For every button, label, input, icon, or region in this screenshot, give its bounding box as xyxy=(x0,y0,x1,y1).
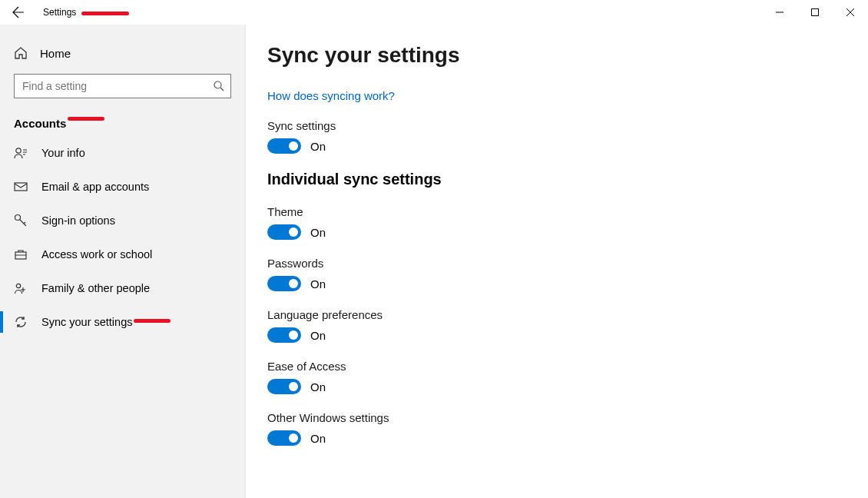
maximize-button[interactable] xyxy=(797,0,833,25)
home-nav[interactable]: Home xyxy=(0,37,245,69)
sync-settings-toggle[interactable] xyxy=(267,138,301,154)
annotation-mark xyxy=(68,117,104,121)
mail-icon xyxy=(14,180,28,194)
sync-settings-label: Sync settings xyxy=(267,119,868,132)
sidebar-item-label: Sync your settings xyxy=(41,316,132,328)
theme-label: Theme xyxy=(267,205,868,218)
other-windows-label: Other Windows settings xyxy=(267,411,868,424)
svg-rect-0 xyxy=(812,9,819,16)
svg-point-1 xyxy=(214,81,221,88)
svg-point-6 xyxy=(16,284,20,287)
page-title: Sync your settings xyxy=(267,43,868,68)
search-icon xyxy=(214,81,224,91)
other-windows-state: On xyxy=(310,432,326,445)
sidebar-item-label: Sign-in options xyxy=(41,214,115,227)
maximize-icon xyxy=(811,8,819,16)
sidebar-item-label: Family & other people xyxy=(41,282,150,294)
sidebar-item-family-people[interactable]: Family & other people xyxy=(0,271,245,305)
annotation-mark xyxy=(81,12,129,15)
minimize-icon xyxy=(776,8,784,16)
search-box[interactable] xyxy=(14,74,231,98)
ease-access-state: On xyxy=(310,380,326,393)
titlebar: Settings xyxy=(0,0,868,25)
how-syncing-works-link[interactable]: How does syncing work? xyxy=(267,89,395,102)
theme-toggle[interactable] xyxy=(267,224,301,240)
passwords-toggle[interactable] xyxy=(267,276,301,291)
key-icon xyxy=(14,214,28,227)
section-title: Individual sync settings xyxy=(267,171,868,188)
user-info-icon xyxy=(14,146,28,160)
other-windows-toggle[interactable] xyxy=(267,430,301,446)
lang-pref-state: On xyxy=(310,329,326,342)
close-button[interactable] xyxy=(833,0,868,25)
category-header: Accounts xyxy=(0,106,245,136)
sidebar: Home Accounts Your info Email & a xyxy=(0,25,246,498)
search-input[interactable] xyxy=(15,75,230,98)
annotation-mark xyxy=(134,319,171,323)
back-arrow-icon xyxy=(12,6,25,18)
window-controls xyxy=(762,0,868,25)
sidebar-item-label: Your info xyxy=(41,147,85,159)
sync-settings-state: On xyxy=(310,140,326,153)
sync-icon xyxy=(14,315,28,329)
sidebar-item-your-info[interactable]: Your info xyxy=(0,136,245,170)
theme-state: On xyxy=(310,226,326,239)
svg-point-2 xyxy=(16,148,21,153)
svg-rect-3 xyxy=(15,183,27,191)
back-button[interactable] xyxy=(9,3,28,22)
lang-pref-label: Language preferences xyxy=(267,308,868,321)
sidebar-item-label: Email & app accounts xyxy=(41,181,149,193)
passwords-state: On xyxy=(310,277,326,290)
content-area: Sync your settings How does syncing work… xyxy=(246,25,868,498)
ease-access-label: Ease of Access xyxy=(267,360,868,373)
sidebar-item-signin-options[interactable]: Sign-in options xyxy=(0,204,245,237)
minimize-button[interactable] xyxy=(762,0,797,25)
ease-access-toggle[interactable] xyxy=(267,379,301,394)
sidebar-item-access-work-school[interactable]: Access work or school xyxy=(0,237,245,271)
sidebar-item-email-accounts[interactable]: Email & app accounts xyxy=(0,170,245,204)
briefcase-icon xyxy=(14,247,28,261)
sidebar-item-label: Access work or school xyxy=(41,248,152,261)
home-icon xyxy=(14,46,28,60)
sidebar-item-sync-settings[interactable]: Sync your settings xyxy=(0,305,245,339)
home-label: Home xyxy=(40,47,71,60)
close-icon xyxy=(846,8,854,16)
lang-pref-toggle[interactable] xyxy=(267,327,301,343)
svg-point-4 xyxy=(15,215,21,221)
people-icon xyxy=(14,281,28,295)
window-title: Settings xyxy=(43,7,76,18)
passwords-label: Passwords xyxy=(267,257,868,270)
